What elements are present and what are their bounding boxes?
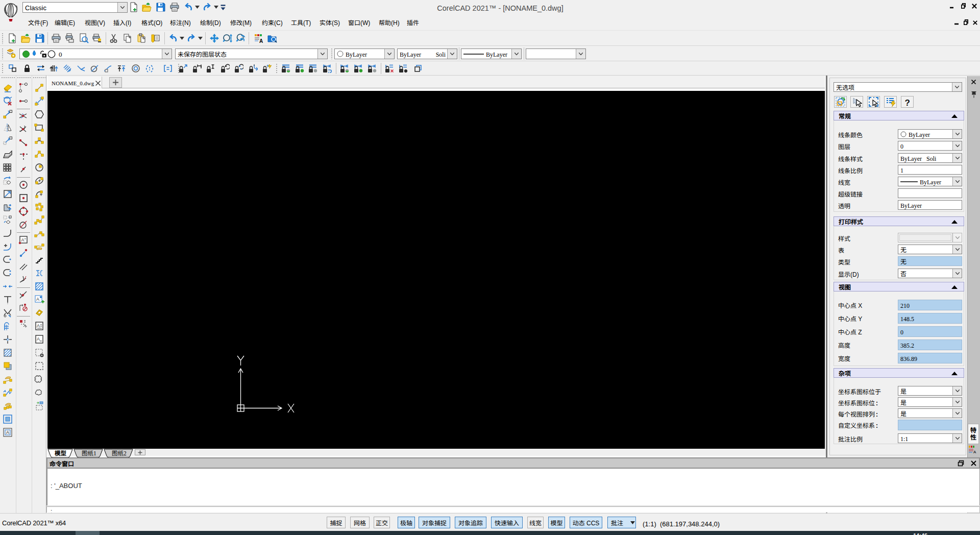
svg-text:A: A	[37, 322, 40, 329]
svg-text:图纸2: 图纸2	[112, 449, 127, 457]
svg-text:A: A	[37, 335, 40, 342]
svg-text:?: ?	[904, 98, 910, 107]
svg-text:图纸1: 图纸1	[82, 449, 96, 457]
svg-text:A: A	[6, 429, 9, 435]
svg-text:A: A	[259, 37, 263, 43]
svg-text:A°: A°	[21, 236, 27, 243]
svg-text:A: A	[973, 449, 976, 453]
svg-text:A: A	[36, 296, 39, 302]
svg-text:模型: 模型	[55, 449, 66, 457]
